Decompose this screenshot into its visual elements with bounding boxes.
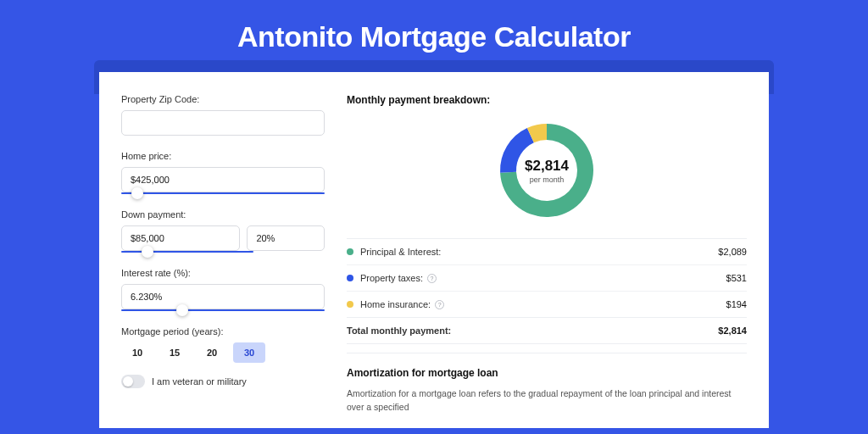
home-price-slider-thumb[interactable] (131, 187, 143, 199)
legend-dot (347, 248, 353, 255)
veteran-label: I am veteran or military (152, 376, 247, 387)
period-field: Mortgage period (years): 10152030 (121, 326, 325, 363)
home-price-input[interactable] (121, 167, 325, 192)
zip-field: Property Zip Code: (121, 94, 325, 136)
veteran-toggle[interactable] (121, 375, 145, 388)
donut-amount: $2,814 (525, 158, 569, 175)
info-icon[interactable]: ? (435, 300, 444, 309)
legend-row: Property taxes:?$531 (347, 264, 747, 291)
donut-sub: per month (530, 175, 565, 184)
donut-chart-wrap: $2,814 per month (347, 118, 747, 223)
total-value: $2,814 (718, 326, 747, 336)
interest-field: Interest rate (%): (121, 268, 325, 311)
legend-value: $2,089 (718, 247, 747, 257)
legend-row: Principal & Interest:$2,089 (347, 238, 747, 264)
zip-input[interactable] (121, 110, 325, 136)
legend-label: Home insurance:? (360, 299, 444, 309)
veteran-row: I am veteran or military (121, 375, 325, 388)
legend-dot (347, 275, 353, 281)
interest-slider-thumb[interactable] (176, 304, 188, 316)
donut-center: $2,814 per month (494, 118, 599, 223)
donut-chart: $2,814 per month (494, 118, 599, 223)
down-payment-slider-thumb[interactable] (142, 246, 153, 258)
period-label: Mortgage period (years): (121, 326, 325, 337)
home-price-label: Home price: (121, 151, 325, 161)
legend-total-row: Total monthly payment: $2,814 (347, 317, 747, 344)
legend-value: $531 (726, 273, 747, 283)
down-payment-input[interactable] (121, 225, 240, 251)
breakdown-column: Monthly payment breakdown: $2,814 per mo… (347, 94, 747, 428)
breakdown-title: Monthly payment breakdown: (347, 94, 747, 106)
legend-value: $194 (726, 299, 747, 309)
down-payment-label: Down payment: (121, 209, 325, 220)
info-icon[interactable]: ? (427, 274, 437, 283)
zip-label: Property Zip Code: (121, 94, 325, 104)
legend-dot (347, 301, 353, 308)
down-payment-pct-input[interactable] (247, 225, 325, 251)
home-price-field: Home price: (121, 151, 325, 194)
interest-input[interactable] (121, 284, 325, 309)
total-label: Total monthly payment: (347, 326, 451, 336)
period-option-10[interactable]: 10 (121, 342, 153, 363)
interest-label: Interest rate (%): (121, 268, 325, 278)
legend: Principal & Interest:$2,089Property taxe… (347, 238, 747, 317)
legend-label: Property taxes:? (360, 273, 437, 283)
amortization-section: Amortization for mortgage loan Amortizat… (347, 353, 747, 415)
period-options: 10152030 (121, 342, 325, 363)
legend-label: Principal & Interest: (360, 247, 441, 257)
period-option-20[interactable]: 20 (196, 342, 228, 363)
amortization-title: Amortization for mortgage loan (347, 367, 747, 379)
form-column: Property Zip Code: Home price: Down paym… (121, 94, 325, 428)
home-price-slider[interactable] (121, 192, 325, 194)
period-option-30[interactable]: 30 (233, 342, 265, 363)
down-payment-field: Down payment: (121, 209, 325, 253)
legend-row: Home insurance:?$194 (347, 291, 747, 317)
page-title: Antonito Mortgage Calculator (237, 20, 631, 53)
amortization-text: Amortization for a mortgage loan refers … (347, 387, 747, 415)
down-payment-slider[interactable] (121, 251, 253, 253)
calculator-panel: Property Zip Code: Home price: Down paym… (99, 72, 769, 428)
period-option-15[interactable]: 15 (159, 342, 191, 363)
interest-slider[interactable] (121, 309, 325, 311)
